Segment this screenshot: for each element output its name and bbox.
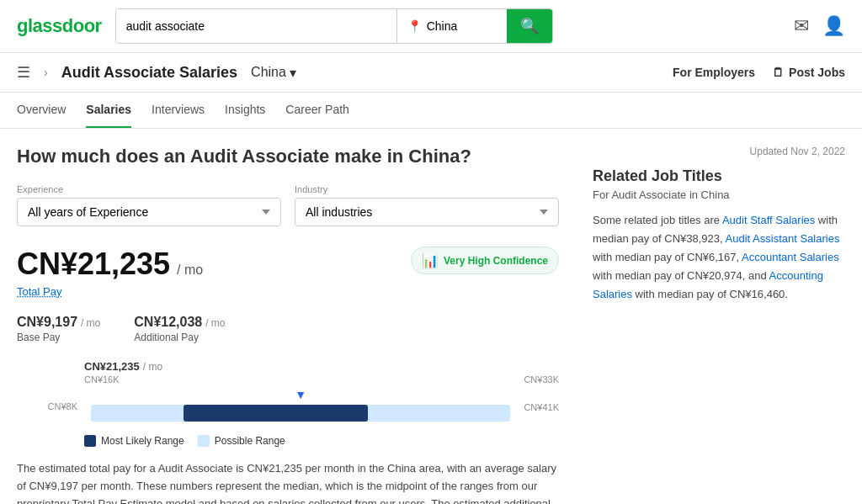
axis-high-label: CN¥41K [517,400,559,413]
base-pay-amount: CN¥9,197 [17,315,77,329]
related-link-accountant[interactable]: Accountant Salaries [742,251,839,263]
experience-filter: Experience All years of Experience [17,184,281,226]
experience-label: Experience [17,184,281,194]
median-per: / mo [143,361,162,373]
main-content: How much does an Audit Associate make in… [0,129,862,504]
tab-interviews[interactable]: Interviews [152,93,205,128]
experience-select[interactable]: All years of Experience [17,198,281,226]
base-pay-label: Base Pay [17,332,100,343]
post-jobs-icon: 🗒 [772,66,784,79]
location-wrapper: 📍 [397,9,507,43]
additional-pay-display: CN¥12,038 / mo [134,315,225,330]
salary-per: / mo [177,263,203,277]
range-chart: CN¥21,235 / mo CN¥16K CN¥33K CN¥8K ▼ [17,360,559,447]
message-icon[interactable]: ✉ [794,15,809,37]
salary-description: The estimated total pay for a Audit Asso… [17,460,559,504]
base-pay-item: CN¥9,197 / mo Base Pay [17,315,100,343]
triangle-indicator: ▼ [91,388,510,401]
salary-section: CN¥21,235 / mo 📊 Very High Confidence [17,247,559,282]
user-icon[interactable]: 👤 [822,15,845,37]
updated-date: Updated Nov 2, 2022 [593,146,845,157]
breadcrumb-arrow: › [44,66,48,79]
sub-header: ☰ › Audit Associate Salaries China ▾ For… [0,53,862,93]
confidence-text: Very High Confidence [444,255,548,267]
location-icon: 📍 [407,19,422,33]
range-axis: CN¥16K CN¥33K [84,374,559,388]
sub-right: For Employers 🗒 Post Jobs [673,66,845,79]
industry-filter: Industry All industries [295,184,559,226]
industry-select[interactable]: All industries [295,198,559,226]
legend-light-label: Possible Range [215,435,285,447]
legend: Most Likely Range Possible Range [84,435,559,447]
tab-career-path[interactable]: Career Path [285,93,349,128]
location-text: China [251,65,286,80]
additional-pay-label: Additional Pay [134,332,225,343]
base-pay-display: CN¥9,197 / mo [17,315,100,330]
legend-dark-label: Most Likely Range [101,435,184,447]
post-jobs-label: Post Jobs [789,66,845,79]
tab-overview[interactable]: Overview [17,93,66,128]
search-button[interactable]: 🔍 [507,9,552,43]
salary-amount: CN¥21,235 [17,247,170,281]
main-heading: How much does an Audit Associate make in… [17,146,559,167]
related-link-accounting[interactable]: Accounting Salaries [593,269,823,300]
legend-light-color [198,435,210,447]
additional-pay-item: CN¥12,038 / mo Additional Pay [134,315,225,343]
related-link-audit-assistant[interactable]: Audit Assistant Salaries [726,232,840,245]
hamburger-icon[interactable]: ☰ [17,63,30,82]
related-title: Related Job Titles [593,167,845,185]
filters: Experience All years of Experience Indus… [17,184,559,226]
logo: glassdoor [17,15,102,37]
axis-labels: CN¥8K [17,401,84,411]
bar-row: CN¥8K ▼ CN¥41K [17,388,559,425]
pay-breakdown: CN¥9,197 / mo Base Pay CN¥12,038 / mo Ad… [17,315,559,343]
axis-low: CN¥8K [48,401,77,411]
search-bar: 📍 🔍 [115,8,553,44]
page-title: Audit Associate Salaries [61,64,237,82]
search-input[interactable] [116,9,396,43]
median-label: CN¥21,235 [84,360,140,373]
legend-light-item: Possible Range [198,435,285,447]
confidence-badge: 📊 Very High Confidence [411,247,559,274]
bar-container [91,405,510,422]
legend-dark-color [84,435,96,447]
left-column: How much does an Audit Associate make in… [17,146,559,504]
header-right: ✉ 👤 [794,15,845,37]
right-column: Updated Nov 2, 2022 Related Job Titles F… [593,146,845,504]
location-badge[interactable]: China ▾ [251,65,296,81]
additional-pay-amount: CN¥12,038 [134,315,202,329]
total-pay-label[interactable]: Total Pay [17,285,559,298]
bar-dark [184,405,368,422]
post-jobs-button[interactable]: 🗒 Post Jobs [772,66,845,79]
location-input[interactable] [427,19,494,33]
axis-high: CN¥41K [524,402,559,412]
header: glassdoor 📍 🔍 ✉ 👤 [0,0,862,53]
tab-insights[interactable]: Insights [225,93,265,128]
for-employers-link[interactable]: For Employers [673,66,755,79]
salary-display: CN¥21,235 / mo [17,247,203,282]
range-low: CN¥16K [84,374,120,385]
range-high: CN¥33K [524,374,559,385]
related-link-audit-staff[interactable]: Audit Staff Salaries [722,214,815,226]
tab-salaries[interactable]: Salaries [86,93,131,128]
nav-tabs: Overview Salaries Interviews Insights Ca… [0,93,862,129]
chevron-down-icon: ▾ [290,65,296,81]
bar-wrapper: ▼ [91,388,510,425]
base-pay-per: / mo [81,317,100,329]
legend-dark-item: Most Likely Range [84,435,184,447]
industry-label: Industry [295,184,559,194]
additional-pay-per: / mo [205,317,225,329]
confidence-icon: 📊 [422,252,439,268]
related-subtitle: For Audit Associate in China [593,188,845,201]
related-description: Some related job titles are Audit Staff … [593,211,845,304]
